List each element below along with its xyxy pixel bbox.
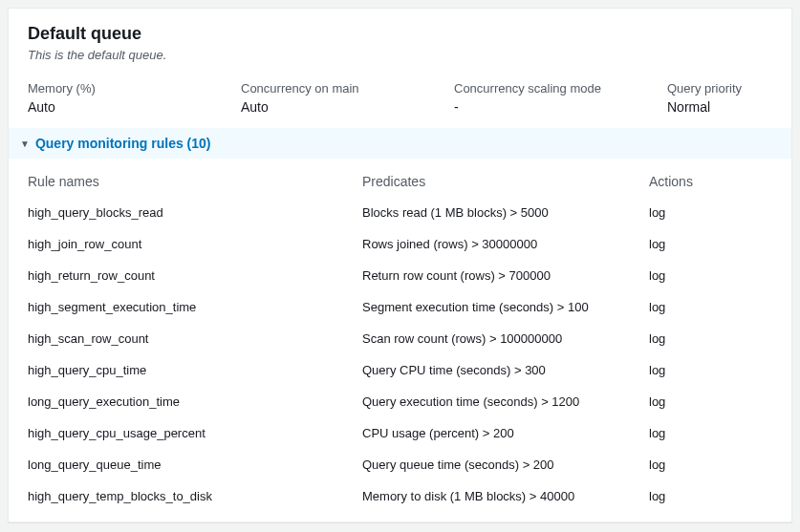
rule-name: high_query_blocks_read bbox=[28, 205, 362, 220]
rule-action: log bbox=[649, 331, 772, 346]
rule-action: log bbox=[649, 363, 772, 377]
rule-predicate: Query execution time (seconds) > 1200 bbox=[362, 394, 649, 409]
table-row: high_segment_execution_timeSegment execu… bbox=[9, 291, 791, 323]
section-header-toggle[interactable]: ▼ Query monitoring rules (10) bbox=[9, 128, 791, 159]
rule-name: high_join_row_count bbox=[28, 237, 362, 251]
properties-row: Memory (%) Auto Concurrency on main Auto… bbox=[9, 75, 791, 128]
prop-memory: Memory (%) Auto bbox=[28, 81, 222, 115]
prop-concurrency-scaling-value: - bbox=[454, 99, 648, 115]
table-row: long_query_execution_timeQuery execution… bbox=[9, 386, 791, 417]
panel-header: Default queue This is the default queue. bbox=[9, 9, 791, 75]
rule-action: log bbox=[649, 205, 772, 220]
table-row: high_scan_row_countScan row count (rows)… bbox=[9, 323, 791, 354]
prop-concurrency-main-label: Concurrency on main bbox=[241, 81, 435, 96]
rule-action: log bbox=[649, 458, 772, 472]
rule-predicate: CPU usage (percent) > 200 bbox=[362, 426, 649, 440]
prop-memory-label: Memory (%) bbox=[28, 81, 222, 96]
table-header: Rule names Predicates Actions bbox=[9, 159, 791, 197]
col-header-action: Actions bbox=[649, 174, 772, 189]
rule-action: log bbox=[649, 426, 772, 440]
prop-concurrency-scaling: Concurrency scaling mode - bbox=[454, 81, 648, 115]
rule-action: log bbox=[649, 268, 772, 283]
page-title: Default queue bbox=[28, 24, 772, 44]
rule-action: log bbox=[649, 300, 772, 314]
prop-query-priority: Query priority Normal bbox=[667, 81, 772, 115]
section-title: Query monitoring rules (10) bbox=[35, 136, 211, 151]
rule-predicate: Blocks read (1 MB blocks) > 5000 bbox=[362, 205, 649, 220]
rule-name: high_query_cpu_time bbox=[28, 363, 362, 377]
rule-action: log bbox=[649, 489, 772, 503]
rule-name: long_query_execution_time bbox=[28, 394, 362, 409]
triangle-down-icon: ▼ bbox=[20, 138, 30, 149]
table-body: high_query_blocks_readBlocks read (1 MB … bbox=[9, 197, 791, 521]
rule-predicate: Rows joined (rows) > 30000000 bbox=[362, 237, 649, 251]
prop-memory-value: Auto bbox=[28, 99, 222, 115]
queue-panel: Default queue This is the default queue.… bbox=[8, 8, 792, 522]
rule-action: log bbox=[649, 394, 772, 409]
table-row: high_return_row_countReturn row count (r… bbox=[9, 260, 791, 291]
prop-query-priority-value: Normal bbox=[667, 99, 772, 115]
col-header-predicate: Predicates bbox=[362, 174, 649, 189]
rule-name: high_query_cpu_usage_percent bbox=[28, 426, 362, 440]
prop-query-priority-label: Query priority bbox=[667, 81, 772, 96]
rule-predicate: Segment execution time (seconds) > 100 bbox=[362, 300, 649, 314]
rule-action: log bbox=[649, 237, 772, 251]
table-row: high_query_temp_blocks_to_diskMemory to … bbox=[9, 480, 791, 512]
prop-concurrency-scaling-label: Concurrency scaling mode bbox=[454, 81, 648, 96]
col-header-rule: Rule names bbox=[28, 174, 362, 189]
rule-name: long_query_queue_time bbox=[28, 458, 362, 472]
table-row: high_query_blocks_readBlocks read (1 MB … bbox=[9, 197, 791, 228]
rule-name: high_segment_execution_time bbox=[28, 300, 362, 314]
table-row: high_query_cpu_usage_percentCPU usage (p… bbox=[9, 417, 791, 449]
rule-name: high_return_row_count bbox=[28, 268, 362, 283]
rule-predicate: Query queue time (seconds) > 200 bbox=[362, 458, 649, 472]
page-subtitle: This is the default queue. bbox=[28, 48, 772, 62]
prop-concurrency-main: Concurrency on main Auto bbox=[241, 81, 435, 115]
table-row: high_join_row_countRows joined (rows) > … bbox=[9, 228, 791, 260]
rule-name: high_scan_row_count bbox=[28, 331, 362, 346]
table-row: long_query_queue_timeQuery queue time (s… bbox=[9, 449, 791, 480]
rule-predicate: Return row count (rows) > 700000 bbox=[362, 268, 649, 283]
rule-predicate: Query CPU time (seconds) > 300 bbox=[362, 363, 649, 377]
rule-predicate: Memory to disk (1 MB blocks) > 40000 bbox=[362, 489, 649, 503]
prop-concurrency-main-value: Auto bbox=[241, 99, 435, 115]
rule-predicate: Scan row count (rows) > 100000000 bbox=[362, 331, 649, 346]
rule-name: high_query_temp_blocks_to_disk bbox=[28, 489, 362, 503]
table-row: high_query_cpu_timeQuery CPU time (secon… bbox=[9, 354, 791, 386]
